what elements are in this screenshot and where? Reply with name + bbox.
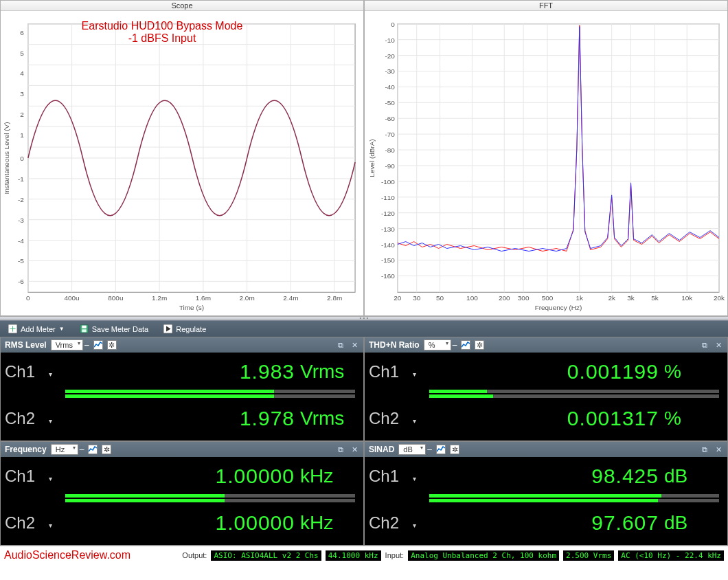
channel-unit: dB — [664, 465, 725, 487]
channel-unit: dB — [664, 512, 725, 534]
channel-value: 1.00000 — [55, 465, 300, 488]
meter-title: Frequency — [5, 445, 47, 454]
svg-text:3: 3 — [20, 90, 24, 98]
close-icon[interactable]: ✕ — [714, 340, 723, 350]
channel-label[interactable]: Ch1 — [367, 362, 419, 381]
scope-chart: 6543210-1-2-3-4-5-6 0400u800u1.2m1.6m2.0… — [1, 11, 363, 313]
close-icon[interactable]: ✕ — [350, 340, 359, 350]
unit-dropdown[interactable]: Hz — [51, 444, 78, 455]
meter-header: RMS Level Vrms – ✲ ⧉ ✕ — [1, 337, 363, 353]
meter-title: SINAD — [369, 445, 394, 454]
channel-row: Ch1 1.00000 kHz — [3, 458, 361, 494]
channel-label[interactable]: Ch1 — [3, 362, 55, 381]
svg-text:-60: -60 — [385, 115, 395, 122]
svg-text:400u: 400u — [65, 294, 80, 302]
svg-text:50: 50 — [436, 294, 444, 302]
svg-text:-150: -150 — [381, 256, 395, 264]
popout-icon[interactable]: ⧉ — [336, 445, 345, 454]
channel-row: Ch2 1.978 Vrms — [3, 401, 361, 436]
channel-label[interactable]: Ch1 — [367, 467, 419, 486]
channel-value: 1.00000 — [55, 511, 300, 535]
meter-rms-level: RMS Level Vrms – ✲ ⧉ ✕ Ch1 1.983 Vrms Ch… — [0, 337, 364, 441]
output-label: Output: — [182, 551, 207, 559]
svg-text:-70: -70 — [385, 131, 395, 138]
channel-unit: % — [664, 408, 725, 430]
fft-panel: FFT 0-10-20-30-40-50-60-70-80-90-100-110… — [364, 0, 728, 316]
bar-track — [65, 494, 355, 498]
svg-text:2.0m: 2.0m — [240, 294, 255, 302]
chart-annotation: Earstudio HUD100 Bypass Mode -1 dBFS Inp… — [49, 20, 275, 45]
gear-icon[interactable]: ✲ — [450, 445, 459, 454]
meter-title: THD+N Ratio — [369, 340, 420, 350]
input-level[interactable]: 2.500 Vrms — [563, 550, 614, 561]
channel-label[interactable]: Ch2 — [367, 409, 419, 428]
bar-track — [429, 494, 719, 498]
save-meter-button[interactable]: Save Meter Data — [76, 323, 153, 335]
channel-label[interactable]: Ch2 — [367, 513, 419, 533]
channel-label[interactable]: Ch1 — [3, 467, 55, 486]
svg-text:200: 200 — [499, 294, 510, 302]
svg-text:-6: -6 — [18, 278, 24, 285]
svg-text:-140: -140 — [381, 241, 395, 249]
channel-value: 97.607 — [419, 511, 664, 535]
channel-label[interactable]: Ch2 — [3, 513, 55, 533]
svg-text:300: 300 — [518, 294, 530, 302]
channel-unit: Vrms — [300, 408, 361, 430]
output-rate[interactable]: 44.1000 kHz — [326, 550, 381, 561]
meter-header: SINAD dB – ✲ ⧉ ✕ — [365, 442, 727, 457]
popout-icon[interactable]: ⧉ — [700, 445, 709, 454]
svg-text:20: 20 — [394, 294, 402, 302]
gear-icon[interactable]: ✲ — [107, 340, 117, 350]
svg-text:0: 0 — [26, 294, 30, 302]
channel-row: Ch2 0.001317 % — [367, 401, 725, 436]
close-icon[interactable]: ✕ — [350, 445, 359, 454]
input-bandwidth[interactable]: AC (<10 Hz) - 22.4 kHz — [618, 550, 724, 561]
dash-sep: – — [80, 445, 84, 454]
svg-rect-114 — [82, 329, 87, 332]
svg-text:-50: -50 — [385, 99, 395, 107]
popout-icon[interactable]: ⧉ — [700, 340, 709, 350]
svg-text:-20: -20 — [385, 52, 395, 60]
chart-icon[interactable] — [93, 340, 103, 350]
svg-text:2.8m: 2.8m — [327, 294, 342, 302]
fft-title: FFT — [365, 1, 727, 11]
annotation-line1: Earstudio HUD100 Bypass Mode — [49, 20, 275, 32]
chart-icon[interactable] — [88, 445, 98, 454]
unit-dropdown[interactable]: Vrms — [51, 339, 83, 350]
svg-text:-1: -1 — [18, 175, 24, 183]
dash-sep: – — [84, 340, 89, 350]
popout-icon[interactable]: ⧉ — [336, 340, 345, 350]
input-device[interactable]: Analog Unbalanced 2 Ch, 100 kohm — [408, 550, 559, 561]
meter-header: THD+N Ratio % – ✲ ⧉ ✕ — [365, 337, 727, 353]
chart-icon[interactable] — [436, 445, 446, 454]
channel-value: 1.978 — [55, 407, 300, 430]
bar-track — [429, 394, 719, 398]
close-icon[interactable]: ✕ — [714, 445, 723, 454]
channel-label[interactable]: Ch2 — [3, 409, 55, 428]
svg-text:3k: 3k — [627, 294, 635, 302]
svg-text:0: 0 — [20, 155, 24, 162]
unit-dropdown[interactable]: dB — [398, 444, 426, 455]
svg-rect-46 — [398, 24, 719, 293]
regulate-button[interactable]: Regulate — [159, 323, 210, 335]
svg-text:-5: -5 — [18, 257, 24, 265]
svg-text:-2: -2 — [18, 196, 24, 203]
svg-text:-120: -120 — [381, 210, 395, 217]
svg-text:-110: -110 — [381, 194, 395, 201]
svg-text:1.2m: 1.2m — [152, 294, 167, 302]
channel-value: 98.425 — [419, 465, 664, 488]
gear-icon[interactable]: ✲ — [102, 445, 111, 454]
svg-text:-100: -100 — [381, 178, 395, 186]
bar-track — [429, 499, 719, 502]
svg-text:10k: 10k — [681, 294, 692, 302]
meter-body: Ch1 98.425 dB Ch2 97.607 dB — [365, 457, 727, 545]
input-label: Input: — [385, 551, 405, 559]
add-meter-button[interactable]: Add Meter▼ — [4, 323, 69, 335]
gear-icon[interactable]: ✲ — [475, 340, 484, 350]
chart-icon[interactable] — [461, 340, 470, 350]
svg-text:-160: -160 — [381, 272, 395, 280]
meter-body: Ch1 0.001199 % Ch2 0.001317 % — [365, 353, 727, 440]
output-device[interactable]: ASIO: ASIO4ALL v2 2 Chs — [211, 550, 321, 561]
unit-dropdown[interactable]: % — [424, 339, 451, 350]
bar-group — [3, 494, 361, 505]
